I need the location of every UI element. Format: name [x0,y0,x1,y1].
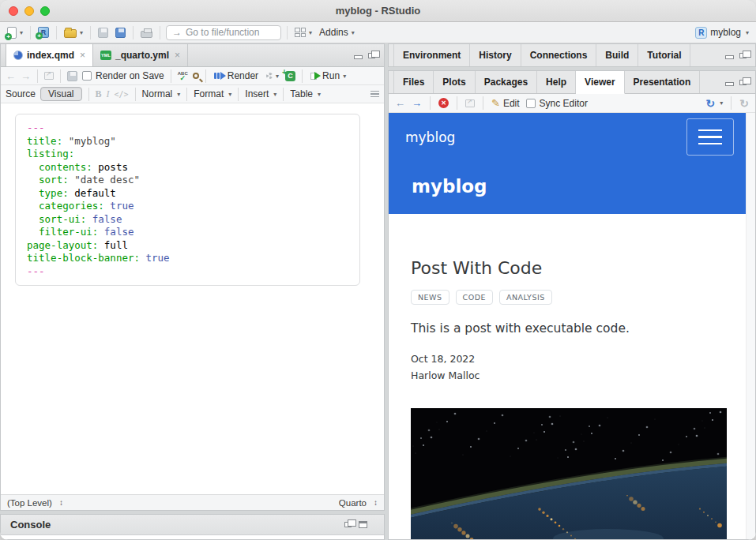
tab-history[interactable]: History [470,44,521,66]
tab-build[interactable]: Build [596,44,638,66]
tab-connections[interactable]: Connections [521,44,597,66]
post-title[interactable]: Post With Code [411,258,746,278]
nav-back-icon[interactable]: ← [6,70,16,82]
toolbar-separator [88,88,89,101]
post-thumbnail[interactable] [411,408,727,539]
hamburger-menu-button[interactable] [686,118,734,156]
open-file-button[interactable]: ▾ [62,26,85,39]
new-file-caret-icon: ▾ [20,29,23,36]
insert-caret-icon: ▾ [273,91,276,98]
paragraph-style-menu[interactable]: Normal ▾ [142,88,181,99]
insert-menu[interactable]: Insert ▾ [245,88,276,99]
render-icon [214,72,226,80]
source-mode-button[interactable]: Source [6,88,36,99]
save-document-icon[interactable] [67,71,77,81]
tag-analysis[interactable]: ANALYSIS [499,290,552,305]
sync-editor-checkbox[interactable] [526,99,536,108]
viewer-forward-icon[interactable]: → [412,97,422,109]
tab-environment[interactable]: Environment [393,44,470,66]
run-button[interactable]: Run ▾ [309,69,348,82]
tab-index-qmd[interactable]: index.qmd × [6,44,93,66]
viewer-popout-icon[interactable] [465,99,475,107]
minimize-pane-icon[interactable] [354,55,363,59]
pane-layout-button[interactable]: ▾ [293,27,314,38]
maximize-pane-icon[interactable] [739,80,747,85]
viewer-scrollbar[interactable] [746,113,755,539]
open-file-caret-icon: ▾ [80,29,83,36]
render-on-save-control: Render on Save [82,70,164,81]
toolbar-separator [283,88,284,101]
doc-tab-label: _quarto.yml [115,50,169,61]
main-toolbar: + ▾ R+ ▾ → ▾ [0,22,756,43]
visual-editor-body[interactable]: ---title: "myblog"listing: contents: pos… [1,103,384,494]
filetype-selector[interactable]: Quarto ↕ [339,498,378,508]
render-button[interactable]: Render [213,69,260,82]
tab-help[interactable]: Help [537,71,576,93]
spellcheck-icon[interactable]: ABC✓ [178,71,188,81]
more-options-icon[interactable] [370,91,379,98]
save-button[interactable] [96,27,110,39]
tab-files[interactable]: Files [393,71,434,93]
italic-button[interactable]: I [107,88,110,100]
open-new-window-icon[interactable] [44,72,54,80]
project-caret-icon: ▾ [746,29,749,36]
table-caret-icon: ▾ [318,91,321,98]
minimize-pane-icon[interactable] [725,82,734,86]
nav-forward-icon[interactable]: → [21,70,31,82]
new-file-button[interactable]: + ▾ [6,26,24,39]
right-column: EnvironmentHistoryConnectionsBuildTutori… [388,43,756,540]
refresh-icon[interactable]: ↻ [739,97,749,110]
tag-code[interactable]: CODE [456,290,493,305]
new-project-button[interactable]: R+ [36,26,51,39]
visual-mode-button[interactable]: Visual [40,87,81,101]
toolbar-separator [133,26,134,39]
pane-window-controls [344,521,374,528]
addins-menu[interactable]: Addins ▾ [318,26,356,39]
code-button[interactable]: </> [115,90,129,99]
document-tabbar: index.qmd × YML _quarto.yml × [1,44,384,67]
toolbar-separator [302,69,303,83]
restore-pane-icon[interactable] [344,522,352,527]
goto-file-search[interactable]: → [166,25,281,40]
close-tab-icon[interactable]: × [175,50,180,61]
tag-news[interactable]: NEWS [411,290,449,305]
render-settings-button[interactable]: ▾ [265,72,280,81]
print-button[interactable] [139,27,154,39]
tab-tutorial[interactable]: Tutorial [638,44,690,66]
viewer-back-icon[interactable]: ← [395,97,405,109]
tab-presentation[interactable]: Presentation [625,71,701,93]
addins-caret-icon: ▾ [352,29,355,36]
tab-plots[interactable]: Plots [434,71,475,93]
stop-icon[interactable]: ✕ [438,98,449,108]
console-header[interactable]: Console [1,515,384,535]
close-tab-icon[interactable]: × [80,50,85,61]
minimize-pane-icon[interactable] [725,55,734,59]
bold-button[interactable]: B [96,88,102,100]
site-nav-title[interactable]: myblog [405,129,455,145]
code-line: listing: [27,148,348,161]
new-file-icon: + [7,27,17,39]
save-all-button[interactable] [114,27,127,39]
format-menu[interactable]: Format ▾ [194,88,231,99]
tab-viewer[interactable]: Viewer [576,71,624,94]
tab-quarto-yml[interactable]: YML _quarto.yml × [93,44,188,66]
insert-chunk-icon[interactable]: C [285,71,295,81]
scope-selector[interactable]: (Top Level) ↕ [7,498,63,508]
find-replace-icon[interactable] [193,73,199,79]
maximize-pane-icon[interactable] [359,521,367,528]
edit-button[interactable]: ✎ Edit [491,97,520,109]
render-on-save-checkbox[interactable] [82,71,92,81]
open-folder-icon [64,29,77,38]
pane-layout-icon [295,28,306,37]
maximize-pane-icon[interactable] [739,53,747,58]
paragraph-style-label: Normal [142,88,173,99]
sync-button[interactable]: ↻ ▾ [706,97,724,110]
code-line: --- [27,122,348,135]
maximize-pane-icon[interactable] [368,53,375,58]
project-menu[interactable]: R myblog ▾ [694,26,750,39]
yaml-code-block[interactable]: ---title: "myblog"listing: contents: pos… [15,114,360,286]
tab-packages[interactable]: Packages [476,71,537,93]
toolbar-separator [171,69,171,83]
table-menu[interactable]: Table ▾ [290,88,321,99]
goto-file-input[interactable] [186,27,275,38]
